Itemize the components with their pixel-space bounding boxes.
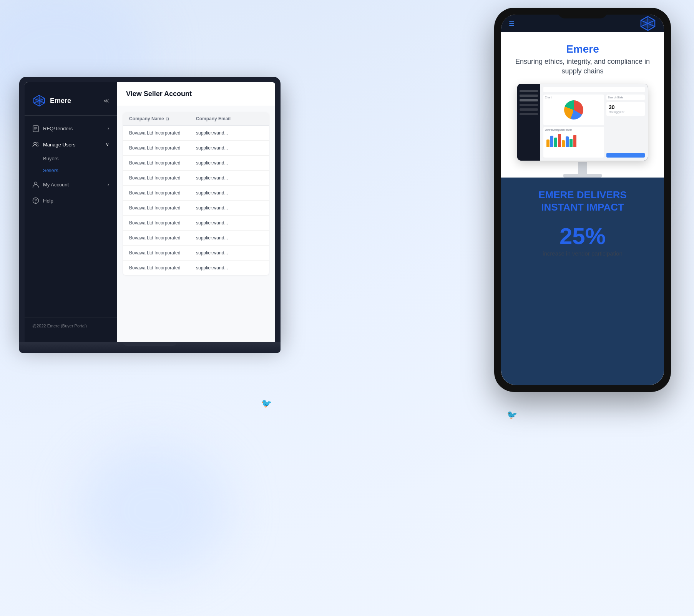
sidebar-item-manage-users[interactable]: Manage Users ∨ [25, 136, 117, 153]
column-header-company-email: Company Email [196, 116, 263, 121]
company-email-cell: supplier.wand... [196, 250, 263, 256]
sidebar: Emere ≪ RFQ/Tenders › [25, 82, 117, 342]
impact-heading: EMERE DELIVERS INSTANT IMPACT [538, 189, 627, 213]
sidebar-item-help[interactable]: Help [25, 193, 117, 209]
blob-decoration-2 [77, 443, 231, 578]
company-name-cell: Bovawa Ltd Incorporated [129, 265, 196, 271]
dashboard-mini-stats: Search Stats 30 Rating/year [606, 95, 645, 158]
dashboard-mini-charts: Chart Overall/Regional Index [543, 95, 604, 158]
dashboard-mini-button [606, 153, 645, 158]
my-account-label: My Account [43, 182, 69, 188]
laptop-device: Emere ≪ RFQ/Tenders › [19, 77, 281, 377]
dashboard-preview-image: Chart Overall/Regional Index [517, 84, 648, 161]
manage-users-label: Manage Users [43, 142, 76, 148]
phone-hero-title: Emere [566, 43, 599, 55]
dashboard-mini-card: 30 Rating/year [606, 102, 645, 116]
impact-description: increase in vendor participation [543, 250, 623, 257]
company-name-cell: Bovawa Ltd Incorporated [129, 205, 196, 211]
collapse-sidebar-button[interactable]: ≪ [103, 98, 109, 104]
company-name-cell: Bovawa Ltd Incorporated [129, 160, 196, 166]
svg-point-11 [37, 143, 38, 144]
company-name-cell: Bovawa Ltd Incorporated [129, 175, 196, 181]
scene: Emere ≪ RFQ/Tenders › [0, 0, 694, 616]
impact-section: EMERE DELIVERS INSTANT IMPACT 25% increa… [501, 178, 664, 385]
my-account-icon [32, 181, 39, 188]
laptop-screen-inner: Emere ≪ RFQ/Tenders › [25, 82, 275, 342]
rfq-arrow-icon: › [108, 126, 109, 131]
bird-decoration-2: 🐦 [507, 410, 517, 420]
svg-point-10 [34, 142, 36, 144]
table-row: Bovawa Ltd Incorporated supplier.wand... [123, 141, 269, 156]
sidebar-item-my-account[interactable]: My Account › [25, 176, 117, 193]
manage-users-icon [32, 141, 39, 148]
company-email-cell: supplier.wand... [196, 130, 263, 136]
page-title: View Seller Account [126, 90, 266, 98]
rfq-icon [32, 125, 39, 132]
phone-hero-subtitle: Ensuring ethics, integrity, and complian… [501, 57, 664, 76]
svg-point-14 [35, 202, 36, 203]
column-header-company-name: Company Name ⊟ [129, 116, 196, 121]
sidebar-footer: @2022 Emere (Buyer Portal) [25, 317, 117, 334]
company-email-cell: supplier.wand... [196, 160, 263, 166]
table-row: Bovawa Ltd Incorporated supplier.wand... [123, 171, 269, 186]
sidebar-item-rfq[interactable]: RFQ/Tenders › [25, 120, 117, 136]
laptop-base [19, 342, 281, 353]
company-email-cell: supplier.wand... [196, 145, 263, 151]
phone-screen: ☰ Emere Ensuring ethics, integrity, and … [501, 15, 664, 385]
sellers-table: Company Name ⊟ Company Email Bovawa Ltd … [123, 112, 269, 275]
sidebar-logo-area: Emere ≪ [25, 90, 117, 116]
phone-frame: ☰ Emere Ensuring ethics, integrity, and … [494, 8, 671, 392]
filter-icon[interactable]: ⊟ [166, 117, 169, 121]
help-icon [32, 197, 39, 204]
sidebar-sub-item-sellers[interactable]: Sellers [25, 164, 117, 176]
impact-percent-value: 25% [543, 225, 623, 248]
laptop-screen-outer: Emere ≪ RFQ/Tenders › [19, 77, 281, 342]
phone-hero-section: Emere Ensuring ethics, integrity, and co… [501, 32, 664, 385]
main-header: View Seller Account [117, 82, 275, 106]
table-row: Bovawa Ltd Incorporated supplier.wand... [123, 201, 269, 216]
company-email-cell: supplier.wand... [196, 220, 263, 226]
rfq-label: RFQ/Tenders [43, 126, 73, 131]
monitor-stand [517, 162, 648, 178]
company-name-cell: Bovawa Ltd Incorporated [129, 130, 196, 136]
dashboard-mini-main: Chart Overall/Regional Index [540, 84, 648, 161]
sidebar-sub-item-buyers[interactable]: Buyers [25, 153, 117, 164]
laptop-frame: Emere ≪ RFQ/Tenders › [19, 77, 281, 377]
emere-logo-icon [32, 94, 46, 108]
monitor-base [563, 174, 602, 178]
hamburger-menu-icon[interactable]: ☰ [509, 20, 514, 27]
impact-stat: 25% increase in vendor participation [543, 225, 623, 257]
phone-device: ☰ Emere Ensuring ethics, integrity, and … [494, 8, 671, 392]
svg-point-12 [35, 182, 37, 185]
table-row: Bovawa Ltd Incorporated supplier.wand... [123, 126, 269, 141]
laptop-notch [123, 342, 177, 346]
company-email-cell: supplier.wand... [196, 235, 263, 241]
manage-users-arrow-icon: ∨ [106, 142, 109, 147]
company-name-cell: Bovawa Ltd Incorporated [129, 145, 196, 151]
bird-decoration-1: 🐦 [261, 398, 272, 408]
company-name-cell: Bovawa Ltd Incorporated [129, 235, 196, 241]
phone-logo-icon [639, 15, 656, 32]
my-account-arrow-icon: › [108, 182, 109, 187]
company-email-cell: supplier.wand... [196, 190, 263, 196]
company-name-cell: Bovawa Ltd Incorporated [129, 190, 196, 196]
table-row: Bovawa Ltd Incorporated supplier.wand... [123, 246, 269, 261]
company-email-cell: supplier.wand... [196, 175, 263, 181]
dashboard-mini-sidebar [517, 84, 540, 161]
phone-notch [558, 8, 608, 18]
table-row: Bovawa Ltd Incorporated supplier.wand... [123, 231, 269, 246]
company-name-cell: Bovawa Ltd Incorporated [129, 220, 196, 226]
main-content-area: View Seller Account Company Name ⊟ Compa… [117, 82, 275, 342]
company-email-cell: supplier.wand... [196, 205, 263, 211]
monitor-neck [578, 162, 587, 174]
table-row: Bovawa Ltd Incorporated supplier.wand... [123, 156, 269, 171]
company-name-cell: Bovawa Ltd Incorporated [129, 250, 196, 256]
table-row: Bovawa Ltd Incorporated supplier.wand... [123, 186, 269, 201]
company-email-cell: supplier.wand... [196, 265, 263, 271]
help-label: Help [43, 198, 53, 204]
table-row: Bovawa Ltd Incorporated supplier.wand... [123, 261, 269, 275]
table-row: Bovawa Ltd Incorporated supplier.wand... [123, 216, 269, 231]
sidebar-logo-text: Emere [50, 97, 71, 105]
table-header: Company Name ⊟ Company Email [123, 112, 269, 126]
